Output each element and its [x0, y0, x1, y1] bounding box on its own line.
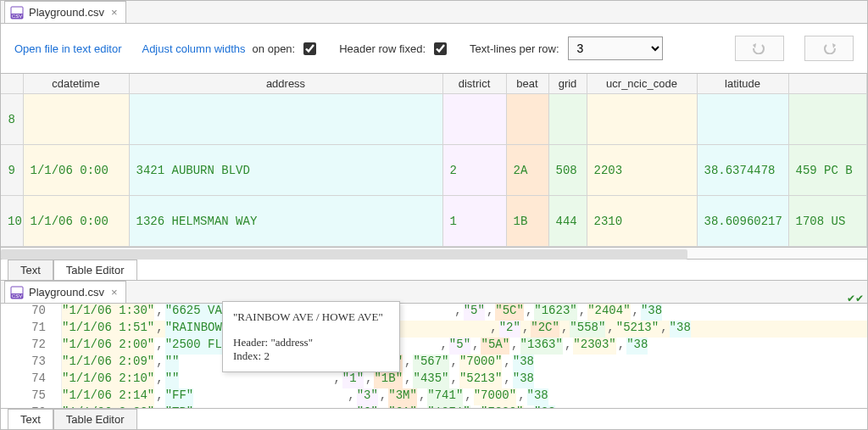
cell-extra[interactable]	[788, 94, 867, 145]
table-row[interactable]: 91/1/06 0:003421 AUBURN BLVD22A508220338…	[1, 145, 867, 196]
on-open-label: on open:	[253, 42, 296, 55]
tab-text-lower[interactable]: Text	[8, 409, 53, 429]
csv-file-icon: CSV	[10, 6, 24, 20]
file-tabstrip-lower: CSV Playground.csv ×	[1, 281, 867, 304]
cell-cdatetime[interactable]	[23, 94, 129, 145]
open-in-text-editor-link[interactable]: Open file in text editor	[14, 42, 121, 55]
header-row-fixed-label: Header row fixed:	[339, 42, 426, 55]
cell-beat[interactable]: 2A	[506, 145, 548, 196]
tooltip-value: "RAINBOW AVE / HOWE AVE"	[233, 310, 389, 324]
text-line[interactable]: 76"1/1/06 2:30","TP","6","6A","1071","70…	[1, 405, 867, 408]
col-header-ucr[interactable]: ucr_ncic_code	[587, 74, 697, 94]
cell-district[interactable]: 1	[442, 196, 506, 247]
file-tab[interactable]: CSV Playground.csv ×	[4, 1, 126, 23]
cell-beat[interactable]: 1B	[506, 196, 548, 247]
cell-district[interactable]: 2	[442, 145, 506, 196]
close-icon[interactable]: ×	[109, 6, 120, 19]
cell-ucr[interactable]: 2310	[587, 196, 697, 247]
cell-address[interactable]	[129, 94, 442, 145]
tab-table-editor-lower[interactable]: Table Editor	[53, 409, 137, 429]
cell-ucr[interactable]	[587, 94, 697, 145]
row-number: 8	[1, 94, 23, 145]
text-lines-per-row-label: Text-lines per row:	[470, 42, 559, 55]
text-line[interactable]: 73"1/1/06 2:09","","2","2C","567","7000"…	[1, 355, 867, 371]
row-number: 10	[1, 196, 23, 247]
line-number: 75	[1, 388, 62, 405]
cell-grid[interactable]: 444	[548, 196, 587, 247]
file-tabstrip: CSV Playground.csv ×	[1, 1, 867, 24]
adjust-column-widths-link[interactable]: Adjust column widths	[142, 42, 245, 55]
line-number: 71	[1, 321, 62, 338]
cell-beat[interactable]	[506, 94, 548, 145]
file-tab-label: Playground.csv	[29, 6, 104, 19]
table-editor-grid: cdatetime address district beat grid ucr…	[1, 74, 867, 248]
redo-button[interactable]	[804, 36, 854, 61]
close-icon[interactable]: ×	[109, 286, 120, 299]
line-number: 74	[1, 371, 62, 388]
cell-cdatetime[interactable]: 1/1/06 0:00	[23, 196, 129, 247]
file-tab-lower-label: Playground.csv	[29, 286, 104, 299]
text-view[interactable]: 70"1/1/06 1:30","6625 VALLEY HI DR","5",…	[1, 304, 867, 408]
tab-text[interactable]: Text	[8, 260, 53, 280]
row-number: 9	[1, 145, 23, 196]
col-header-latitude[interactable]: latitude	[697, 74, 788, 94]
cell-extra[interactable]: 1708 US	[788, 196, 867, 247]
text-line[interactable]: 71"1/1/06 1:51","RAINBOW AVE / HOWE AVE"…	[1, 321, 867, 338]
line-number: 70	[1, 304, 62, 321]
svg-text:CSV: CSV	[12, 14, 22, 19]
cell-latitude[interactable]	[697, 94, 788, 145]
cell-latitude[interactable]: 38.60960217	[697, 196, 788, 247]
text-lines-per-row-select[interactable]: 3	[568, 36, 663, 60]
line-number: 72	[1, 338, 62, 355]
cell-latitude[interactable]: 38.6374478	[697, 145, 788, 196]
col-header-cdatetime[interactable]: cdatetime	[23, 74, 129, 94]
col-header-district[interactable]: district	[442, 74, 506, 94]
view-tabs-upper: Text Table Editor	[1, 260, 867, 281]
header-row-fixed-checkbox[interactable]	[434, 42, 447, 55]
text-line[interactable]: 74"1/1/06 2:10","","1","1B","435","5213"…	[1, 371, 867, 388]
table-row[interactable]: 8	[1, 94, 867, 145]
cell-cdatetime[interactable]: 1/1/06 0:00	[23, 145, 129, 196]
csv-file-icon: CSV	[10, 286, 24, 299]
table-row[interactable]: 101/1/06 0:001326 HELMSMAN WAY11B4442310…	[1, 196, 867, 247]
cell-district[interactable]	[442, 94, 506, 145]
on-open-checkbox[interactable]	[303, 42, 316, 55]
undo-button[interactable]	[735, 36, 784, 61]
text-line[interactable]: 75"1/1/06 2:14","FF","3","3M","741","700…	[1, 388, 867, 405]
view-tabs-lower: Text Table Editor	[1, 408, 867, 429]
line-number: 76	[1, 405, 62, 408]
tooltip-header-line: Header: "address"	[233, 336, 389, 349]
tab-table-editor[interactable]: Table Editor	[53, 260, 137, 280]
status-check-icon: ✔✔	[847, 293, 864, 304]
cell-address[interactable]: 1326 HELMSMAN WAY	[129, 196, 442, 247]
col-header-extra[interactable]	[788, 74, 867, 94]
undo-icon	[750, 42, 769, 54]
cell-grid[interactable]: 508	[548, 145, 587, 196]
column-header-row: cdatetime address district beat grid ucr…	[1, 74, 867, 94]
cell-ucr[interactable]: 2203	[587, 145, 697, 196]
col-header-grid[interactable]: grid	[548, 74, 587, 94]
line-number: 73	[1, 355, 62, 371]
col-header-beat[interactable]: beat	[506, 74, 548, 94]
horizontal-scrollbar[interactable]	[1, 248, 867, 260]
toolbar: Open file in text editor Adjust column w…	[1, 24, 867, 74]
cell-grid[interactable]	[548, 94, 587, 145]
file-tab-lower[interactable]: CSV Playground.csv ×	[4, 281, 126, 303]
tooltip-index-line: Index: 2	[233, 349, 389, 363]
cell-extra[interactable]: 459 PC B	[788, 145, 867, 196]
cell-address[interactable]: 3421 AUBURN BLVD	[129, 145, 442, 196]
col-header-address[interactable]: address	[129, 74, 442, 94]
text-line[interactable]: 72"1/1/06 2:00","2500 FLORIN ...","5","5…	[1, 338, 867, 355]
redo-icon	[820, 42, 838, 54]
cell-tooltip: "RAINBOW AVE / HOWE AVE" Header: "addres…	[222, 301, 400, 372]
svg-text:CSV: CSV	[12, 293, 22, 299]
text-line[interactable]: 70"1/1/06 1:30","6625 VALLEY HI DR","5",…	[1, 304, 867, 321]
